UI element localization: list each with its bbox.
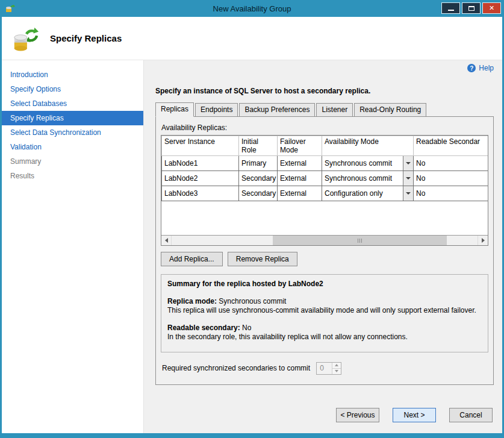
col-server-instance: Server Instance [162,136,239,156]
readable-secondary-line: Readable secondary: No [167,324,482,333]
scrollbar-track[interactable] [172,236,478,245]
availability-mode-dropdown[interactable]: Configuration only [322,186,413,201]
tab-endpoints[interactable]: Endpoints [195,103,238,117]
spinner-down-button[interactable] [332,369,341,374]
tabstrip: Replicas Endpoints Backup Preferences Li… [155,102,494,117]
tab-backup-preferences[interactable]: Backup Preferences [239,103,315,117]
instruction-text: Specify an instance of SQL Server to hos… [155,87,494,95]
sidebar-item-introduction[interactable]: Introduction [2,67,143,82]
wizard-steps-sidebar: Introduction Specify Options Select Data… [2,60,144,433]
summary-title: Summary for the replica hosted by LabNod… [167,280,482,289]
wizard-header: Specify Replicas [2,17,502,60]
replica-mode-label: Replica mode: [167,297,217,305]
replicas-grid: Server Instance Initial Role Failover Mo… [161,135,488,246]
cell-readable-secondary[interactable]: No [414,156,489,171]
page-title: Specify Replicas [50,33,122,43]
availability-mode-value: Synchronous commit [322,171,403,186]
cell-availability-mode: Synchronous commit [322,156,414,171]
previous-button[interactable]: < Previous [336,408,379,422]
cell-availability-mode: Configuration only [322,186,414,201]
help-label: Help [479,64,494,72]
footer-buttons: < Previous Next > Cancel [152,401,494,433]
window-controls: ✕ [441,2,501,14]
replicas-wizard-icon [11,25,39,52]
scroll-left-button[interactable] [161,236,172,245]
cell-server-instance: LabNode1 [162,156,239,171]
minimize-icon [448,10,454,11]
cell-readable-secondary[interactable]: No [414,186,489,201]
chevron-down-icon [406,177,411,180]
quorum-stepper[interactable]: 0 [316,362,341,375]
remove-replica-button[interactable]: Remove Replica [228,252,297,266]
grid-buttons-row: Add Replica... Remove Replica [161,252,488,266]
cell-failover-mode: External [278,171,322,186]
cell-server-instance: LabNode3 [162,186,239,201]
horizontal-scrollbar[interactable] [161,235,488,245]
help-link[interactable]: ? Help [467,64,494,72]
cell-failover-mode: External [278,156,322,171]
quorum-value: 0 [317,363,332,374]
scrollbar-grip [361,239,362,243]
quorum-row: Required synchronized secondaries to com… [162,362,488,375]
scrollbar-grip [358,239,358,243]
cell-readable-secondary[interactable]: No [414,171,489,186]
replicas-tab-panel: Availability Replicas: Server Instance I… [155,116,494,385]
scroll-right-button[interactable] [478,236,488,245]
sidebar-item-results: Results [2,169,143,183]
col-failover-mode: Failover Mode [278,136,322,156]
maximize-icon [468,6,474,11]
grid-empty-area [161,201,488,235]
tab-read-only-routing[interactable]: Read-Only Routing [354,103,426,117]
close-button[interactable]: ✕ [482,2,501,14]
replica-mode-description: This replica will use synchronous-commit… [167,306,482,316]
close-icon: ✕ [489,5,494,11]
dropdown-button[interactable] [403,156,413,171]
table-row: LabNode3 Secondary External Configuratio… [162,186,489,201]
dropdown-button[interactable] [403,171,413,186]
content-area: Introduction Specify Options Select Data… [2,60,502,433]
sidebar-item-validation[interactable]: Validation [2,140,143,154]
availability-mode-dropdown[interactable]: Synchronous commit [322,156,413,171]
dialog-body: Specify Replicas Introduction Specify Op… [2,17,502,433]
sidebar-item-select-databases[interactable]: Select Databases [2,96,143,111]
window-title: New Availability Group [2,4,502,13]
maximize-button[interactable] [462,2,481,14]
cell-initial-role: Secondary [239,186,278,201]
chevron-down-icon [406,162,411,164]
cancel-button[interactable]: Cancel [449,408,493,422]
sidebar-item-specify-options[interactable]: Specify Options [2,82,143,96]
sidebar-item-select-data-synchronization[interactable]: Select Data Synchronization [2,125,143,140]
sidebar-item-specify-replicas[interactable]: Specify Replicas [2,111,143,125]
main-pane: ? Help Specify an instance of SQL Server… [144,60,502,433]
titlebar: New Availability Group ✕ [2,1,502,17]
availability-mode-value: Configuration only [322,186,403,201]
spinner-buttons [332,363,341,374]
col-readable-secondary: Readable Secondar [414,136,489,156]
tab-replicas[interactable]: Replicas [155,102,194,117]
chevron-down-icon [406,192,411,195]
add-replica-button[interactable]: Add Replica... [161,252,223,266]
help-icon: ? [467,64,476,72]
availability-replicas-label: Availability Replicas: [161,124,488,132]
minimize-button[interactable] [441,2,460,14]
cell-initial-role: Secondary [239,171,278,186]
col-initial-role: Initial Role [239,136,278,156]
replica-summary-box: Summary for the replica hosted by LabNod… [161,274,488,352]
scrollbar-thumb[interactable] [273,236,447,245]
table-row: LabNode1 Primary External Synchronous co… [162,156,489,171]
quorum-label: Required synchronized secondaries to com… [162,364,310,372]
spinner-up-button[interactable] [332,363,341,369]
readable-secondary-description: In the secondary role, this availability… [167,333,482,342]
tab-listener[interactable]: Listener [316,103,353,117]
cell-initial-role: Primary [239,156,278,171]
cell-failover-mode: External [278,186,322,201]
next-button[interactable]: Next > [393,408,436,422]
new-availability-group-window: New Availability Group ✕ Specify Replica… [0,0,504,438]
readable-secondary-value: No [240,324,252,332]
dropdown-button[interactable] [403,186,413,201]
cell-availability-mode: Synchronous commit [322,171,414,186]
col-availability-mode: Availability Mode [322,136,414,156]
availability-mode-dropdown[interactable]: Synchronous commit [322,171,413,186]
help-row: ? Help [152,64,494,72]
scrollbar-grip [359,239,360,243]
